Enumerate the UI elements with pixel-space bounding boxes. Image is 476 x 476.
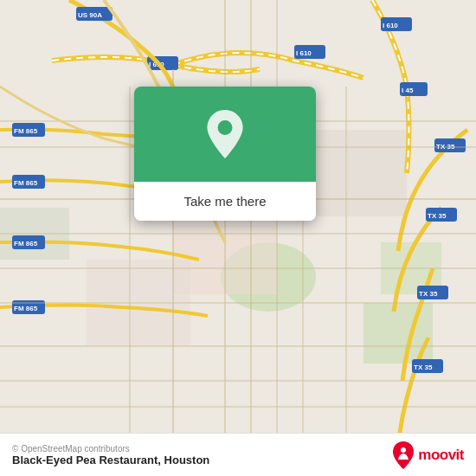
svg-text:I 45: I 45 <box>402 87 414 94</box>
svg-text:FM 865: FM 865 <box>14 305 38 312</box>
restaurant-name: Black-Eyed Pea Restaurant, Houston <box>12 453 209 466</box>
svg-text:FM 865: FM 865 <box>14 127 38 135</box>
svg-text:TX 35: TX 35 <box>428 212 447 220</box>
moovit-icon <box>391 441 415 470</box>
take-me-there-button[interactable]: Take me there <box>134 182 316 221</box>
osm-attribution: © OpenStreetMap contributors <box>12 444 209 453</box>
map-container: I 610 I 610 I 610 I 45 US 90A FM 865 FM … <box>0 0 476 433</box>
bottom-bar: © OpenStreetMap contributors Black-Eyed … <box>0 433 476 476</box>
svg-text:I 610: I 610 <box>296 49 312 57</box>
map-popup: Take me there <box>134 87 316 221</box>
location-pin-icon <box>202 108 248 160</box>
svg-text:US 90A: US 90A <box>78 11 102 19</box>
svg-point-51 <box>401 447 406 453</box>
svg-text:FM 865: FM 865 <box>14 240 38 248</box>
svg-text:TX 35: TX 35 <box>414 363 433 371</box>
svg-text:FM 865: FM 865 <box>14 179 38 187</box>
svg-rect-7 <box>303 130 407 216</box>
svg-text:TX 35: TX 35 <box>419 290 438 298</box>
svg-point-50 <box>218 120 233 135</box>
popup-header <box>134 87 316 182</box>
moovit-label: moovit <box>418 447 464 464</box>
restaurant-info: © OpenStreetMap contributors Black-Eyed … <box>12 444 209 466</box>
svg-text:I 610: I 610 <box>383 22 398 29</box>
moovit-logo: moovit <box>391 441 464 470</box>
